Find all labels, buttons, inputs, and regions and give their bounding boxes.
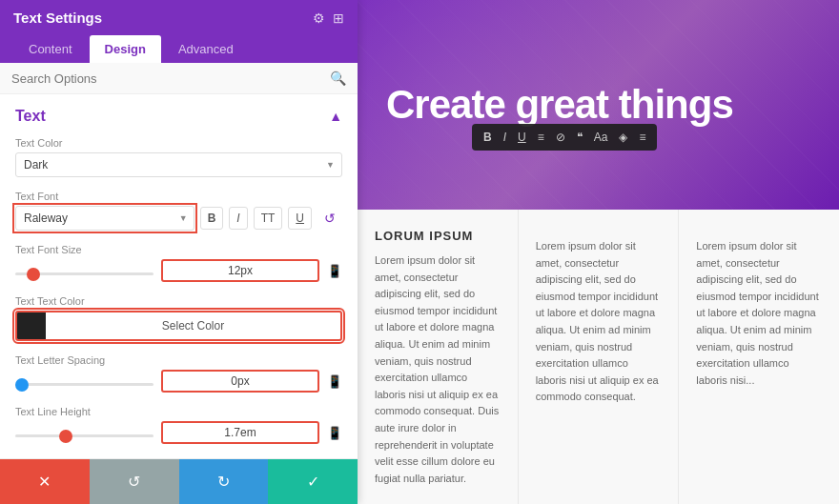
section-title: Text [15,108,46,125]
toolbar-color[interactable]: ◈ [615,129,631,146]
layout-icon[interactable]: ⊞ [333,10,344,26]
settings-panel: Text Settings ⚙ ⊞ Content Design Advance… [0,0,358,504]
font-size-label: Text Font Size [15,244,342,255]
content-area: Create great things B I U ≡ ⊘ ❝ Aa ◈ ≡ L… [358,0,839,504]
letter-spacing-input[interactable] [161,370,319,393]
tab-design[interactable]: Design [90,35,161,63]
font-size-device-icon[interactable]: 📱 [327,264,342,278]
line-height-field: Text Line Height 📱 [0,401,358,449]
search-input[interactable] [11,71,330,86]
panel-actions: ✕ ↺ ↻ ✓ [0,458,358,504]
tab-content[interactable]: Content [13,35,88,63]
letter-spacing-slider-wrap [15,373,153,390]
card-1-title: LORUM IPSUM [375,229,501,243]
panel-header: Text Settings ⚙ ⊞ [0,0,358,35]
toolbar-underline[interactable]: U [514,129,530,146]
letter-spacing-row: 📱 [15,370,342,393]
cancel-button[interactable]: ✕ [0,459,90,504]
panel-title: Text Settings [13,10,102,26]
italic-button[interactable]: I [229,207,247,230]
select-color-button[interactable]: Select Color [46,314,340,337]
underline-button[interactable]: U [288,207,312,230]
tt-button[interactable]: TT [254,207,283,230]
search-icon: 🔍 [330,71,346,86]
hero-title: Create great things [386,82,733,128]
section-header: Text ▲ [0,104,358,132]
card-1-text: Lorem ipsum dolor sit amet, consectetur … [375,252,501,487]
toolbar-list[interactable]: ≡ [635,129,649,146]
line-height-row: 📱 [15,421,342,444]
font-size-field: Text Font Size 📱 [0,239,358,287]
text-color-select[interactable]: Dark Light [15,152,342,177]
letter-spacing-slider[interactable] [15,383,153,386]
redo-button[interactable]: ↻ [179,459,269,504]
text-font-label: Text Font [15,191,342,202]
text-color-label: Text Color [15,137,342,149]
font-size-slider-wrap [15,262,153,279]
settings-icon[interactable]: ⚙ [313,10,325,26]
toolbar-quote[interactable]: ❝ [573,129,586,146]
color-select-row: Select Color [15,311,342,341]
line-height-device-icon[interactable]: 📱 [327,426,342,440]
line-height-label: Text Line Height [15,406,342,417]
text-font-field: Text Font Raleway Arial Roboto B I TT U … [0,186,358,235]
text-text-color-field: Text Text Color Select Color [0,291,358,346]
text-color-select-wrapper: Dark Light [15,152,342,177]
font-size-slider[interactable] [15,272,153,275]
floating-toolbar: B I U ≡ ⊘ ❝ Aa ◈ ≡ [472,124,657,151]
card-3: Lorem ipsum dolor sit amet, consectetur … [679,210,839,504]
card-2: Lorem ipsum dolor sit amet, consectetur … [519,210,680,504]
toolbar-font[interactable]: Aa [590,129,612,146]
cards-section: LORUM IPSUM Lorem ipsum dolor sit amet, … [358,210,839,504]
reset-font-button[interactable]: ↺ [317,207,342,230]
font-size-input[interactable] [161,259,319,282]
text-color-field: Text Color Dark Light [0,132,358,182]
bold-button[interactable]: B [200,207,224,230]
confirm-button[interactable]: ✓ [268,459,358,504]
letter-spacing-device-icon[interactable]: 📱 [327,374,342,389]
color-swatch[interactable] [17,312,46,339]
collapse-icon[interactable]: ▲ [329,109,342,124]
panel-header-icons: ⚙ ⊞ [313,10,344,26]
font-select[interactable]: Raleway Arial Roboto [15,206,194,231]
toolbar-link[interactable]: ⊘ [552,129,569,146]
undo-button[interactable]: ↺ [90,459,179,504]
font-size-row: 📱 [15,259,342,282]
text-text-color-label: Text Text Color [15,295,342,307]
font-row: Raleway Arial Roboto B I TT U ↺ [15,206,342,231]
font-select-wrapper: Raleway Arial Roboto [15,206,194,231]
line-height-slider-wrap [15,424,153,441]
line-height-slider[interactable] [15,434,153,437]
letter-spacing-label: Text Letter Spacing [15,354,342,366]
toolbar-italic[interactable]: I [500,129,510,146]
search-bar: 🔍 [0,63,358,94]
hero-section: Create great things B I U ≡ ⊘ ❝ Aa ◈ ≡ [358,0,839,210]
card-3-text: Lorem ipsum dolor sit amet, consectetur … [696,238,822,389]
panel-body: Text ▲ Text Color Dark Light Text Font R… [0,94,358,458]
line-height-input[interactable] [161,421,319,444]
tab-advanced[interactable]: Advanced [163,35,249,63]
card-1: LORUM IPSUM Lorem ipsum dolor sit amet, … [358,210,519,504]
toolbar-align[interactable]: ≡ [534,129,548,146]
panel-tabs: Content Design Advanced [0,35,358,63]
card-2-text: Lorem ipsum dolor sit amet, consectetur … [536,238,662,406]
letter-spacing-field: Text Letter Spacing 📱 [0,350,358,397]
toolbar-bold[interactable]: B [480,129,496,146]
